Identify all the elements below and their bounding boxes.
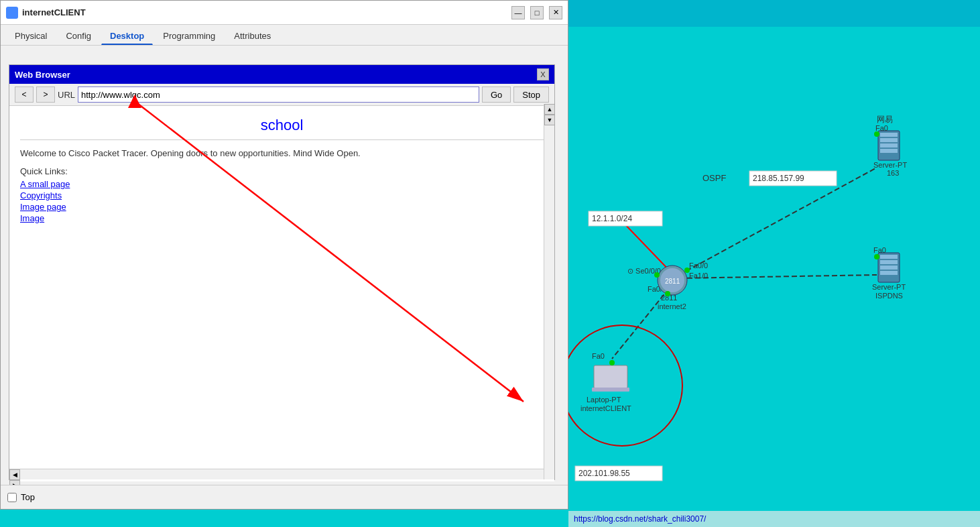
browser-title: Web Browser	[15, 70, 70, 80]
svg-point-21	[665, 291, 670, 296]
svg-rect-37	[880, 271, 898, 275]
svg-rect-35	[880, 260, 898, 264]
svg-text:Server-PT: Server-PT	[872, 283, 906, 291]
svg-text:Fa0: Fa0	[592, 352, 605, 360]
svg-text:ISPDNS: ISPDNS	[875, 292, 903, 300]
quick-links-label: Quick Links:	[20, 166, 544, 176]
tab-desktop[interactable]: Desktop	[101, 27, 153, 45]
window-title: internetCLIENT	[22, 7, 86, 17]
window-app-icon	[6, 7, 18, 19]
svg-text:Fa0/0: Fa0/0	[689, 261, 708, 270]
status-bar: https://blog.csdn.net/shark_chili3007/	[568, 511, 980, 527]
svg-rect-43	[592, 388, 629, 392]
svg-rect-25	[880, 138, 898, 142]
svg-rect-24	[880, 133, 898, 137]
url-input[interactable]	[78, 86, 479, 103]
svg-text:218.85.157.99: 218.85.157.99	[753, 174, 804, 183]
back-button[interactable]: <	[15, 86, 34, 103]
forward-button[interactable]: >	[36, 86, 55, 103]
url-label: URL	[58, 90, 75, 100]
scroll-up-arrow[interactable]: ▲	[544, 104, 555, 115]
link-copyrights[interactable]: Copyrights	[20, 190, 544, 200]
link-image[interactable]: Image	[20, 213, 544, 223]
svg-point-47	[609, 360, 615, 365]
network-diagram: OSPF 12.1.1.0/24 218.85.157.99 202.101.9…	[568, 0, 980, 527]
window-titlebar: internetCLIENT — □ ✕	[1, 1, 568, 25]
svg-rect-34	[880, 255, 898, 259]
svg-point-41	[874, 254, 879, 259]
svg-text:Laptop-PT: Laptop-PT	[587, 396, 621, 404]
scroll-left-arrow[interactable]: ◀	[9, 469, 20, 480]
top-label: Top	[21, 492, 35, 502]
svg-line-1	[679, 275, 877, 278]
svg-rect-27	[880, 149, 898, 153]
close-window-button[interactable]: ✕	[549, 6, 562, 19]
svg-rect-26	[880, 143, 898, 148]
svg-point-22	[684, 268, 690, 273]
tab-physical[interactable]: Physical	[6, 27, 56, 45]
svg-text:2811: 2811	[665, 278, 680, 285]
browser-content: school Welcome to Cisco Packet Tracer. O…	[9, 106, 554, 481]
svg-line-3	[622, 221, 672, 274]
svg-text:internet2: internet2	[658, 302, 686, 310]
window-bottom-bar: Top	[1, 485, 568, 509]
svg-rect-36	[880, 266, 898, 270]
link-small-page[interactable]: A small page	[20, 179, 544, 189]
svg-point-32	[874, 131, 879, 137]
welcome-text: Welcome to Cisco Packet Tracer. Opening …	[20, 148, 544, 158]
horizontal-scrollbar[interactable]: ◀ ▶	[9, 469, 544, 479]
top-checkbox[interactable]	[7, 493, 17, 502]
svg-point-20	[654, 272, 660, 278]
svg-text:Fa0: Fa0	[873, 246, 886, 254]
scroll-down-arrow[interactable]: ▼	[544, 115, 555, 125]
vertical-scrollbar[interactable]: ▲ ▼	[544, 104, 554, 479]
browser-titlebar: Web Browser X	[9, 65, 554, 84]
svg-text:163: 163	[887, 169, 899, 177]
svg-text:202.101.98.55: 202.101.98.55	[578, 469, 630, 478]
tab-config[interactable]: Config	[57, 27, 100, 45]
tab-attributes[interactable]: Attributes	[225, 27, 280, 45]
browser-toolbar: < > URL Go Stop	[9, 84, 554, 106]
go-button[interactable]: Go	[482, 86, 511, 103]
svg-text:internetCLIENT: internetCLIENT	[580, 404, 631, 412]
link-image-page[interactable]: Image page	[20, 202, 544, 212]
status-url: https://blog.csdn.net/shark_chili3007/	[574, 514, 706, 524]
stop-button[interactable]: Stop	[513, 86, 549, 103]
svg-text:网易: 网易	[877, 115, 893, 124]
svg-text:Fa1/0: Fa1/0	[689, 272, 708, 280]
browser-close-button[interactable]: X	[537, 68, 549, 80]
tabs-bar: Physical Config Desktop Programming Attr…	[1, 25, 568, 46]
ospf-label: OSPF	[702, 173, 726, 183]
maximize-button[interactable]: □	[530, 6, 544, 19]
svg-text:12.1.1.0/24: 12.1.1.0/24	[592, 214, 632, 223]
minimize-button[interactable]: —	[511, 6, 525, 19]
main-window: internetCLIENT — □ ✕ Physical Config Des…	[0, 0, 568, 510]
svg-text:Fa0: Fa0	[875, 124, 888, 132]
svg-rect-42	[594, 365, 627, 388]
page-title: school	[20, 117, 544, 140]
window-controls: — □ ✕	[511, 6, 562, 19]
tab-programming[interactable]: Programming	[154, 27, 224, 45]
svg-text:Server-PT: Server-PT	[873, 161, 907, 169]
browser-window: Web Browser X < > URL Go Stop school Wel…	[9, 64, 555, 480]
